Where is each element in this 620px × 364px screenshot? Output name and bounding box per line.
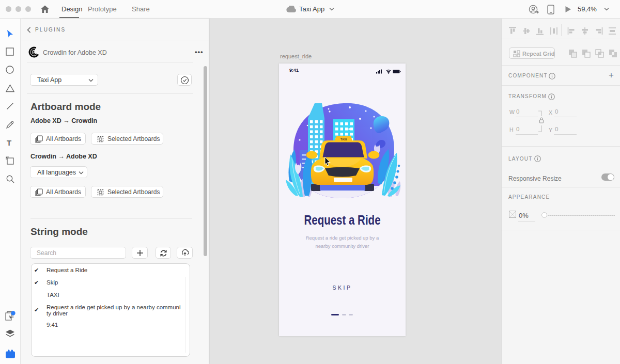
svg-text:TAXI: TAXI <box>340 138 347 141</box>
